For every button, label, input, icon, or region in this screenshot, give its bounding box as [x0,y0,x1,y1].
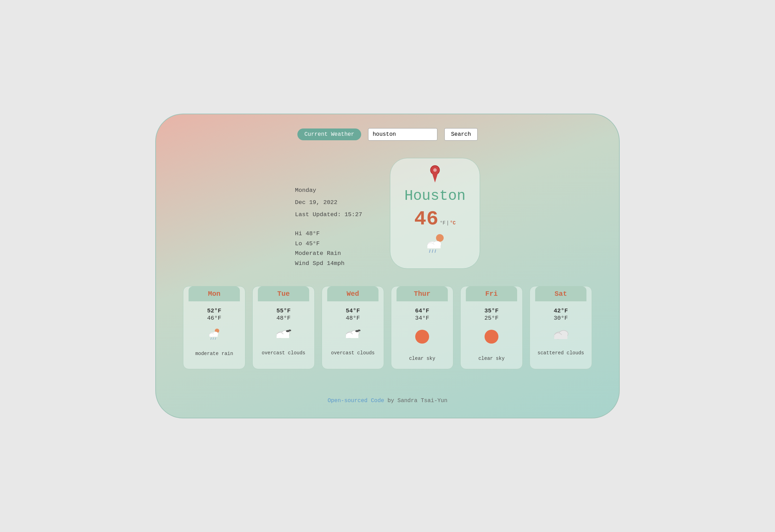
forecast-day-tue: Tue [258,286,309,301]
unit-c-button[interactable]: °C [450,220,456,226]
svg-line-10 [435,250,436,252]
lo-label: Lo 45°F [295,239,362,249]
forecast-lo-fri: 25°F [485,315,499,321]
weather-details: Hi 48°F Lo 45°F Moderate Rain Wind Spd 1… [295,229,362,269]
svg-point-32 [485,330,498,344]
forecast-temps-tue: 55°F 48°F [277,308,291,321]
forecast-lo-thur: 34°F [415,315,429,321]
svg-point-30 [358,330,360,331]
forecast-lo-tue: 48°F [277,315,291,321]
unit-separator: | [446,220,449,226]
forecast-desc-wed: overcast clouds [331,350,375,356]
svg-point-24 [288,330,291,331]
unit-labels: °F | °C [440,220,456,226]
svg-rect-36 [554,335,567,339]
forecast-desc-fri: clear sky [478,356,505,361]
forecast-icon-thur [413,328,431,349]
svg-point-31 [415,330,429,344]
current-weather-icon [424,234,446,255]
temp-display: 46 [414,208,438,230]
forecast-desc-sat: scattered clouds [538,350,584,356]
forecast-day-mon: Mon [189,286,240,301]
search-button[interactable]: Search [444,128,478,141]
temp-unit-row: 46 °F | °C [414,208,456,230]
main-section: Monday Dec 19, 2022 Last Updated: 15:27 … [177,151,598,269]
forecast-temps-fri: 35°F 25°F [485,308,499,321]
forecast-card-sat: Sat 42°F 30°F scattered clouds [530,286,592,369]
condition-label: Moderate Rain [295,249,362,259]
footer-suffix: by Sandra Tsai-Yun [384,398,447,404]
search-input[interactable] [368,128,437,141]
forecast-card-tue: Tue 55°F 48°F overcast clouds [252,286,315,369]
app-container: Current Weather Search Monday Dec 19, 20… [155,114,620,418]
svg-line-17 [213,338,214,339]
hi-label: Hi 48°F [295,229,362,239]
forecast-icon-fri [482,328,500,349]
svg-line-9 [432,250,433,252]
forecast-temps-wed: 54°F 48°F [346,308,360,321]
pin-icon [429,165,441,184]
forecast-day-fri: Fri [466,286,517,301]
current-weather-badge: Current Weather [297,128,361,140]
footer: Open-sourced Code by Sandra Tsai-Yun [177,394,598,404]
svg-rect-15 [209,335,218,337]
svg-rect-22 [277,334,289,338]
svg-marker-2 [432,174,438,183]
forecast-desc-mon: moderate rain [195,351,233,356]
forecast-lo-sat: 30°F [554,315,568,321]
forecast-icon-sat [552,328,570,344]
forecast-icon-mon [208,328,221,345]
day-label: Monday [295,186,362,196]
svg-line-8 [429,250,430,252]
weather-info: Monday Dec 19, 2022 Last Updated: 15:27 … [295,158,362,269]
forecast-lo-wed: 48°F [346,315,360,321]
weather-card-center: Houston 46 °F | °C [390,158,480,269]
last-updated-label: Last Updated: 15:27 [295,210,362,220]
svg-rect-28 [346,334,358,338]
forecast-card-mon: Mon 52°F 46°F moderate rain [183,286,245,369]
forecast-temps-mon: 52°F 46°F [207,308,221,321]
forecast-hi-sat: 42°F [554,308,568,314]
footer-link[interactable]: Open-sourced Code [328,398,384,404]
forecast-hi-fri: 35°F [485,308,499,314]
unit-f: °F [440,220,446,226]
svg-rect-7 [427,245,441,248]
svg-point-3 [436,234,444,242]
header: Current Weather Search [177,128,598,141]
forecast-hi-mon: 52°F [207,308,221,314]
forecast-card-fri: Fri 35°F 25°F clear sky [460,286,523,369]
forecast-desc-thur: clear sky [409,356,435,361]
forecast-lo-mon: 46°F [207,315,221,321]
forecast-icon-tue [275,328,293,344]
forecast-icon-wed [344,328,362,344]
svg-line-16 [211,338,211,339]
wind-label: Wind Spd 14mph [295,259,362,269]
forecast-hi-tue: 55°F [277,308,291,314]
forecast-hi-wed: 54°F [346,308,360,314]
forecast-hi-thur: 64°F [415,308,429,314]
forecast-card-wed: Wed 54°F 48°F overcast clouds [322,286,384,369]
forecast-card-thur: Thur 64°F 34°F clear sky [391,286,453,369]
forecast-section: Mon 52°F 46°F moderate rain [177,286,598,369]
forecast-day-wed: Wed [327,286,378,301]
forecast-temps-thur: 64°F 34°F [415,308,429,321]
city-name: Houston [404,188,465,204]
forecast-temps-sat: 42°F 30°F [554,308,568,321]
svg-line-18 [215,338,216,339]
svg-point-1 [433,168,437,172]
forecast-desc-tue: overcast clouds [262,350,305,356]
forecast-day-thur: Thur [397,286,448,301]
date-label: Dec 19, 2022 [295,198,362,208]
forecast-day-sat: Sat [535,286,586,301]
